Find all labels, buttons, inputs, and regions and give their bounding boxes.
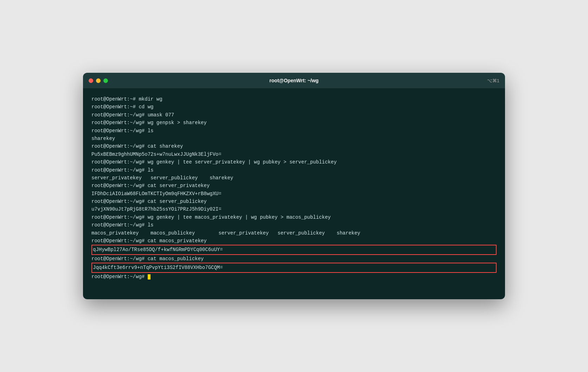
line-2: root@OpenWrt:~# cd wg bbox=[91, 103, 497, 111]
window-title: root@OpenWrt: ~/wg bbox=[269, 78, 319, 83]
line-19: root@OpenWrt:~/wg# cat macos_privatekey bbox=[91, 237, 497, 245]
minimize-button[interactable] bbox=[96, 78, 101, 83]
line-6: sharekey bbox=[91, 135, 497, 142]
line-21: root@OpenWrt:~/wg# cat macos_publickey bbox=[91, 255, 497, 263]
maximize-button[interactable] bbox=[103, 78, 108, 83]
line-20-highlighted: qJHywBpl27Ao/TRse85DQ/f+kwfNGRmPDYCq00C6… bbox=[91, 245, 497, 255]
line-18: macos_privatekey macos_publickey server_… bbox=[91, 229, 497, 237]
line-3: root@OpenWrt:~/wg# umask 077 bbox=[91, 111, 497, 119]
line-16: root@OpenWrt:~/wg# wg genkey | tee macos… bbox=[91, 213, 497, 221]
line-10: root@OpenWrt:~/wg# ls bbox=[91, 166, 497, 174]
line-4: root@OpenWrt:~/wg# wg genpsk > sharekey bbox=[91, 119, 497, 127]
terminal-body[interactable]: root@OpenWrt:~# mkdir wg root@OpenWrt:~#… bbox=[83, 88, 505, 299]
line-11: server_privatekey server_publickey share… bbox=[91, 174, 497, 182]
line-13: IFDhDciAIOiaW68FLOmTKCTIyOm9qFHKZXV+rB8w… bbox=[91, 190, 497, 198]
line-5: root@OpenWrt:~/wg# ls bbox=[91, 127, 497, 135]
terminal-window: root@OpenWrt: ~/wg ⌥⌘1 root@OpenWrt:~# m… bbox=[83, 73, 505, 299]
line-1: root@OpenWrt:~# mkdir wg bbox=[91, 95, 497, 103]
terminal-cursor bbox=[148, 274, 151, 280]
line-14: root@OpenWrt:~/wg# cat server_publickey bbox=[91, 198, 497, 205]
macos-publickey-value: Jqq4kCft3e6rrv9+nTqPvpYti3S2fIV88VXHbo7G… bbox=[91, 263, 497, 272]
titlebar: root@OpenWrt: ~/wg ⌥⌘1 bbox=[83, 73, 505, 88]
close-button[interactable] bbox=[89, 78, 93, 83]
window-shortcut: ⌥⌘1 bbox=[487, 78, 499, 83]
traffic-lights bbox=[89, 78, 108, 83]
line-17: root@OpenWrt:~/wg# ls bbox=[91, 221, 497, 229]
macos-privatekey-value: qJHywBpl27Ao/TRse85DQ/f+kwfNGRmPDYCq00C6… bbox=[91, 245, 497, 255]
line-12: root@OpenWrt:~/wg# cat server_privatekey bbox=[91, 182, 497, 190]
line-9: root@OpenWrt:~/wg# wg genkey | tee serve… bbox=[91, 158, 497, 166]
line-7: root@OpenWrt:~/wg# cat sharekey bbox=[91, 142, 497, 150]
line-8: Pu5xBEBmz9ghhUMNp5o72s+w7nuLwxJJUgNk3Elj… bbox=[91, 150, 497, 158]
line-22-highlighted: Jqq4kCft3e6rrv9+nTqPvpYti3S2fIV88VXHbo7G… bbox=[91, 263, 497, 272]
line-23: root@OpenWrt:~/wg# bbox=[91, 273, 497, 281]
line-15: u7vjXN90uJt7pRjG8tR7hb25ssYOi7PRzJ5h9Diy… bbox=[91, 205, 497, 213]
